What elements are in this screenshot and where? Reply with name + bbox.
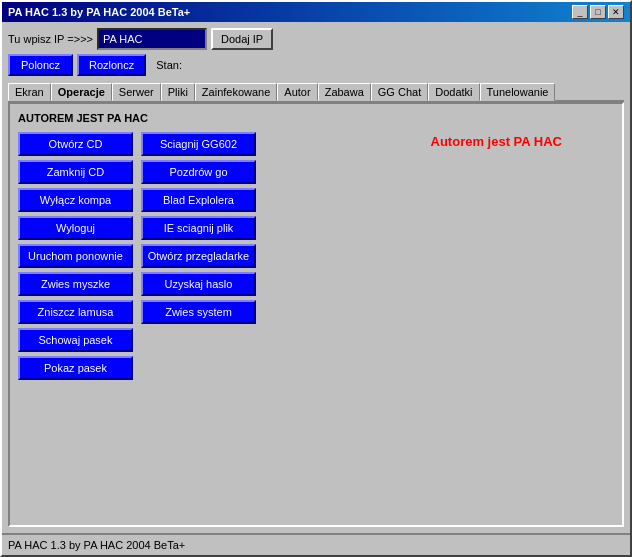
buttons-col-2: Sciagnij GG602 Pozdrów go Blad Explolera… [141,132,256,380]
btn-uruchom-ponownie[interactable]: Uruchom ponownie [18,244,133,268]
btn-sciagnij-gg[interactable]: Sciagnij GG602 [141,132,256,156]
btn-pokaz-pasek[interactable]: Pokaz pasek [18,356,133,380]
btn-ie-sciagnij-plik[interactable]: IE sciagnij plik [141,216,256,240]
ip-input[interactable] [97,28,207,50]
btn-pozdrow-go[interactable]: Pozdrów go [141,160,256,184]
tab-operacje[interactable]: Operacje [51,83,112,101]
tab-autor[interactable]: Autor [277,83,317,101]
tabs-row: Ekran Operacje Serwer Pliki Zainfekowane… [8,82,624,102]
close-button[interactable]: ✕ [608,5,624,19]
btn-zwies-myszke[interactable]: Zwies myszke [18,272,133,296]
btn-zamknij-cd[interactable]: Zamknij CD [18,160,133,184]
btn-uzyskaj-haslo[interactable]: Uzyskaj haslo [141,272,256,296]
btn-schowaj-pasek[interactable]: Schowaj pasek [18,328,133,352]
btn-wyloguj[interactable]: Wyloguj [18,216,133,240]
btn-blad-explolera[interactable]: Blad Explolera [141,188,256,212]
btn-otworz-cd[interactable]: Otwórz CD [18,132,133,156]
status-bar: PA HAC 1.3 by PA HAC 2004 BeTa+ [2,533,630,555]
tab-dodatki[interactable]: Dodatki [428,83,479,101]
ip-label: Tu wpisz IP =>>> [8,33,93,45]
title-bar: PA HAC 1.3 by PA HAC 2004 BeTa+ _ □ ✕ [2,2,630,22]
stan-label: Stan: [156,59,182,71]
poloncz-button[interactable]: Poloncz [8,54,73,76]
main-panel: AUTOREM JEST PA HAC Autorem jest PA HAC … [8,102,624,527]
tab-serwer[interactable]: Serwer [112,83,161,101]
btn-zwies-system[interactable]: Zwies system [141,300,256,324]
top-row: Tu wpisz IP =>>> Dodaj IP [8,28,624,50]
second-row: Poloncz Rozloncz Stan: [8,54,624,76]
content-area: Tu wpisz IP =>>> Dodaj IP Poloncz Rozlon… [2,22,630,533]
buttons-area: Otwórz CD Zamknij CD Wyłącz kompa Wylogu… [18,132,614,380]
tab-zainfekowane[interactable]: Zainfekowane [195,83,278,101]
tab-gg-chat[interactable]: GG Chat [371,83,428,101]
panel-title: AUTOREM JEST PA HAC [18,112,614,124]
minimize-button[interactable]: _ [572,5,588,19]
maximize-button[interactable]: □ [590,5,606,19]
dodaj-ip-button[interactable]: Dodaj IP [211,28,273,50]
main-window: PA HAC 1.3 by PA HAC 2004 BeTa+ _ □ ✕ Tu… [0,0,632,557]
tab-pliki[interactable]: Pliki [161,83,195,101]
rozloncz-button[interactable]: Rozloncz [77,54,146,76]
btn-zniszcz-lamusa[interactable]: Zniszcz lamusa [18,300,133,324]
buttons-col-1: Otwórz CD Zamknij CD Wyłącz kompa Wylogu… [18,132,133,380]
tab-zabawa[interactable]: Zabawa [318,83,371,101]
tab-ekran[interactable]: Ekran [8,83,51,101]
btn-wylacz-kompa[interactable]: Wyłącz kompa [18,188,133,212]
author-text: Autorem jest PA HAC [431,134,562,149]
title-bar-buttons: _ □ ✕ [572,5,624,19]
window-title: PA HAC 1.3 by PA HAC 2004 BeTa+ [8,6,190,18]
btn-otworz-przegladarke[interactable]: Otwórz przegladarke [141,244,256,268]
tab-tunelowanie[interactable]: Tunelowanie [480,83,556,101]
status-bar-text: PA HAC 1.3 by PA HAC 2004 BeTa+ [8,539,185,551]
